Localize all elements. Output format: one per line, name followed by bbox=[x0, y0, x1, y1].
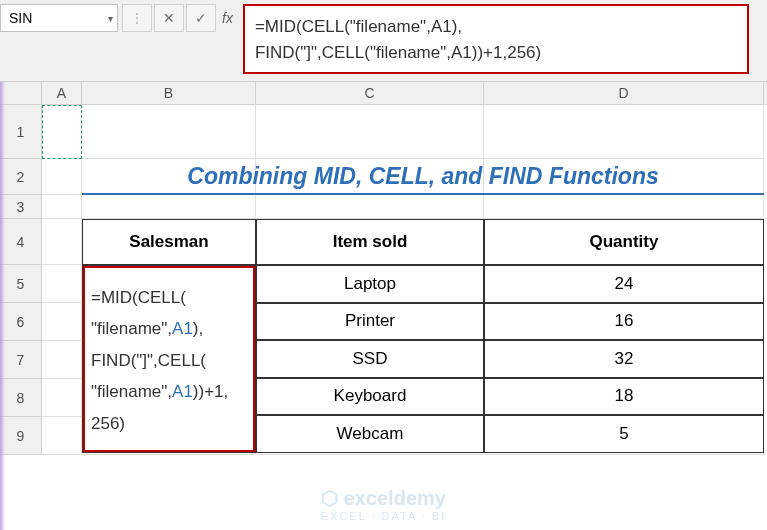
cell-item[interactable]: SSD bbox=[256, 340, 484, 378]
cell-qty[interactable]: 18 bbox=[484, 378, 764, 416]
cell-D3[interactable] bbox=[484, 195, 764, 219]
formula-input[interactable]: =MID(CELL("filename",A1), FIND("]",CELL(… bbox=[243, 4, 749, 74]
formula-overlay-line-2: "filename",A1), bbox=[91, 313, 247, 344]
row-header-5[interactable]: 5 bbox=[0, 265, 42, 303]
expand-button: ⋮ bbox=[122, 4, 152, 32]
cell-qty[interactable]: 5 bbox=[484, 415, 764, 453]
formula-overlay-line-5: 256) bbox=[91, 408, 247, 439]
cell-item[interactable]: Webcam bbox=[256, 415, 484, 453]
cell-A1[interactable] bbox=[42, 105, 82, 159]
header-item-sold[interactable]: Item sold bbox=[256, 219, 484, 265]
row-header-1[interactable]: 1 bbox=[0, 105, 42, 159]
row-header-6[interactable]: 6 bbox=[0, 303, 42, 341]
cell-C1[interactable] bbox=[256, 105, 484, 159]
row-header-2[interactable]: 2 bbox=[0, 159, 42, 195]
cell-qty[interactable]: 16 bbox=[484, 303, 764, 341]
cancel-button[interactable]: ✕ bbox=[154, 4, 184, 32]
cell-A8[interactable] bbox=[42, 379, 82, 417]
col-header-D[interactable]: D bbox=[484, 82, 764, 104]
formula-overlay-line-3: FIND("]",CELL( bbox=[91, 345, 247, 376]
cell-item[interactable]: Printer bbox=[256, 303, 484, 341]
formula-line-2: FIND("]",CELL("filename",A1))+1,256) bbox=[255, 40, 737, 66]
chevron-down-icon[interactable]: ▾ bbox=[108, 13, 113, 24]
name-box[interactable]: SIN ▾ bbox=[0, 4, 118, 32]
formula-bar-buttons: ⋮ ✕ ✓ bbox=[122, 4, 216, 32]
cell-A7[interactable] bbox=[42, 341, 82, 379]
cell-A5[interactable] bbox=[42, 265, 82, 303]
header-salesman[interactable]: Salesman bbox=[82, 219, 256, 265]
row-header-9[interactable]: 9 bbox=[0, 417, 42, 455]
watermark-brand: ⬡ exceldemy bbox=[321, 486, 447, 510]
row-1: 1 bbox=[0, 105, 767, 159]
formula-display-overlay[interactable]: =MID(CELL( "filename",A1), FIND("]",CELL… bbox=[83, 266, 255, 452]
cell-A3[interactable] bbox=[42, 195, 82, 219]
cell-A2[interactable] bbox=[42, 159, 82, 195]
watermark: ⬡ exceldemy EXCEL · DATA · BI bbox=[321, 486, 447, 522]
row-header-3[interactable]: 3 bbox=[0, 195, 42, 219]
row-3: 3 bbox=[0, 195, 767, 219]
cell-C3[interactable] bbox=[256, 195, 484, 219]
cell-B3[interactable] bbox=[82, 195, 256, 219]
col-header-B[interactable]: B bbox=[82, 82, 256, 104]
cell-B1[interactable] bbox=[82, 105, 256, 159]
header-quantity[interactable]: Quantity bbox=[484, 219, 764, 265]
row-header-4[interactable]: 4 bbox=[0, 219, 42, 265]
formula-overlay-line-4: "filename",A1))+1, bbox=[91, 376, 247, 407]
cell-item[interactable]: Keyboard bbox=[256, 378, 484, 416]
spreadsheet: A B C D 1 2 3 4 bbox=[0, 82, 767, 455]
page-title: Combining MID, CELL, and FIND Functions bbox=[82, 159, 764, 195]
cell-A4[interactable] bbox=[42, 219, 82, 265]
watermark-sub: EXCEL · DATA · BI bbox=[321, 510, 447, 522]
selection-edge bbox=[0, 82, 5, 530]
row-header-8[interactable]: 8 bbox=[0, 379, 42, 417]
cell-qty[interactable]: 24 bbox=[484, 265, 764, 303]
formula-line-1: =MID(CELL("filename",A1), bbox=[255, 14, 737, 40]
column-headers: A B C D bbox=[0, 82, 767, 105]
col-header-A[interactable]: A bbox=[42, 82, 82, 104]
cell-item[interactable]: Laptop bbox=[256, 265, 484, 303]
select-all-corner[interactable] bbox=[0, 82, 42, 104]
fx-label[interactable]: fx bbox=[222, 4, 233, 32]
formula-bar: SIN ▾ ⋮ ✕ ✓ fx =MID(CELL("filename",A1),… bbox=[0, 0, 767, 82]
table-header-row: Salesman Item sold Quantity bbox=[82, 219, 764, 265]
cell-A9[interactable] bbox=[42, 417, 82, 455]
cell-A6[interactable] bbox=[42, 303, 82, 341]
name-box-value: SIN bbox=[9, 10, 32, 26]
accept-button[interactable]: ✓ bbox=[186, 4, 216, 32]
formula-overlay-line-1: =MID(CELL( bbox=[91, 282, 247, 313]
cell-qty[interactable]: 32 bbox=[484, 340, 764, 378]
row-header-7[interactable]: 7 bbox=[0, 341, 42, 379]
cell-D1[interactable] bbox=[484, 105, 764, 159]
col-header-C[interactable]: C bbox=[256, 82, 484, 104]
